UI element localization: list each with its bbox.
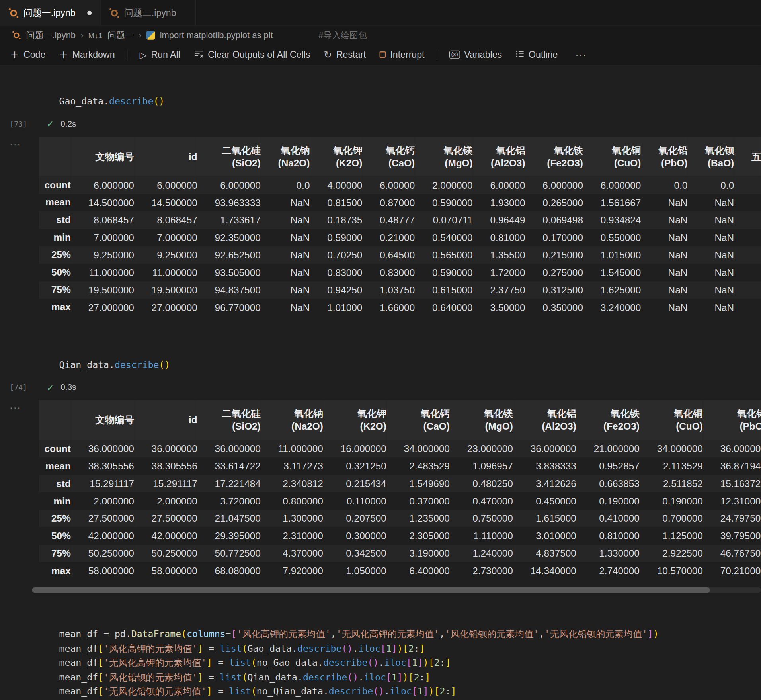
code-token: :: [440, 657, 445, 668]
cell-value: 2.000000: [415, 176, 472, 194]
cell-value: 6.000000: [71, 176, 134, 194]
cell-value: 1.240000: [450, 545, 513, 562]
code-token: columns: [187, 628, 226, 639]
cell-value: 0.83000: [362, 264, 415, 281]
code-token: ,: [439, 628, 445, 639]
cell-editor[interactable]: mean_df = pd.DataFrame(columns=['风化高钾的元素…: [32, 620, 761, 700]
code-line[interactable]: Qian_data.describe(): [59, 358, 761, 372]
cell-value: 1.330000: [576, 545, 640, 562]
more-actions-button[interactable]: ···: [566, 46, 596, 63]
cell-value: 2.730000: [450, 562, 513, 579]
cell-editor[interactable]: Qian_data.describe(): [32, 350, 761, 380]
code-token: 2: [408, 643, 414, 653]
column-header: 文物编号: [71, 137, 134, 176]
dataframe-output: 文物编号id二氧化硅(SiO2)氧化钠(Na2O)氧化钾(K2O)氧化钙(CaO…: [39, 400, 761, 580]
restart-button[interactable]: ↻ Restart: [318, 46, 371, 63]
cell-value: 70.210000: [703, 562, 761, 579]
cell-value: [734, 264, 761, 281]
cell-value: 11.000000: [261, 440, 323, 458]
clear-outputs-label: Clear Outputs of All Cells: [208, 49, 310, 60]
cell-value: 14.340000: [513, 562, 576, 579]
cell-editor[interactable]: Gao_data.describe(): [32, 86, 761, 116]
code-token: =: [203, 671, 220, 682]
cell-value: 0.700000: [640, 510, 703, 527]
tab-notebook-2[interactable]: 问题二.ipynb: [101, 0, 196, 26]
code-token: ]: [648, 628, 653, 639]
code-token: [: [403, 643, 408, 653]
code-token: (: [242, 643, 248, 653]
cell-value: NaN: [641, 211, 687, 229]
cell-value: 3.010000: [513, 527, 576, 545]
code-cell-73: Gao_data.describe() [73] ✓ 0.2s ··· 文物编号…: [0, 86, 761, 316]
column-header: 氧化钙(CaO): [386, 400, 450, 440]
column-header: 氧化钾(K2O): [323, 400, 386, 440]
add-code-button[interactable]: + Code: [5, 46, 51, 63]
code-line[interactable]: Gao_data.describe(): [59, 94, 761, 108]
code-token: iloc: [358, 643, 380, 653]
cell-value: 12.310000: [703, 492, 761, 510]
code-token: '无风化高钾的元素均值': [336, 628, 439, 639]
cell-value: 21.047500: [197, 510, 261, 527]
tab-notebook-1[interactable]: 问题一.ipynb: [0, 0, 101, 26]
run-all-button[interactable]: ▷ Run All: [134, 46, 185, 63]
code-token: iloc: [384, 657, 406, 668]
cell-value: 2.922500: [640, 545, 703, 562]
code-line[interactable]: mean_df = pd.DataFrame(columns=['风化高钾的元素…: [59, 627, 761, 641]
code-token: [: [434, 686, 440, 696]
cell-code: mean_df = pd.DataFrame(columns=['风化高钾的元素…: [59, 627, 761, 699]
code-token: ]: [392, 643, 397, 653]
clear-outputs-button[interactable]: Clear Outputs of All Cells: [188, 46, 315, 63]
cell-value: NaN: [687, 211, 734, 229]
code-token: (): [347, 671, 358, 682]
breadcrumb-section[interactable]: 问题一: [107, 29, 134, 41]
cell-value: 36.000000: [71, 440, 134, 458]
cell-value: 50.772500: [197, 545, 261, 562]
code-line[interactable]: mean_df['风化铅钡的元素均值'] = list(Qian_data.de…: [59, 670, 761, 684]
cell-value: 1.615000: [513, 510, 576, 527]
code-line[interactable]: mean_df['无风化高钾的元素均值'] = list(no_Gao_data…: [59, 655, 761, 670]
breadcrumb-file[interactable]: 问题一.ipynb: [26, 29, 76, 41]
add-markdown-button[interactable]: + Markdown: [54, 46, 120, 63]
cell-value: 94.837500: [197, 281, 261, 299]
outline-icon: [515, 49, 524, 60]
cell-value: NaN: [687, 229, 734, 246]
code-cell-mean-df: mean_df = pd.DataFrame(columns=['风化高钾的元素…: [0, 620, 761, 700]
modified-dot-icon[interactable]: [87, 11, 92, 15]
output-options-button[interactable]: ···: [10, 402, 21, 413]
code-line[interactable]: mean_df['无风化铅钡的元素均值'] = list(no_Qian_dat…: [59, 684, 761, 698]
notebook-file-icon: [109, 8, 119, 18]
cell-value: NaN: [261, 194, 310, 211]
column-header: 氧化钠(Na2O): [261, 400, 323, 440]
variables-button[interactable]: (x) Variables: [444, 46, 507, 63]
cell-value: 9.250000: [71, 246, 134, 264]
horizontal-scrollbar[interactable]: [32, 587, 761, 593]
outline-button[interactable]: Outline: [510, 46, 563, 63]
clear-outputs-icon: [194, 49, 203, 60]
cell-value: 46.767500: [703, 545, 761, 562]
cell-value: 0.450000: [513, 492, 576, 510]
cell-value: 0.87000: [362, 194, 415, 211]
code-token: (): [341, 643, 353, 653]
cell-value: 1.235000: [386, 510, 450, 527]
cell-status-bar: ✓ 0.2s: [32, 119, 76, 129]
scrollbar-thumb[interactable]: [32, 587, 710, 593]
cell-value: 2.340812: [261, 475, 323, 492]
code-token: '无风化高钾的元素均值': [103, 657, 207, 668]
success-check-icon: ✓: [47, 382, 54, 393]
cell-value: 1.66000: [362, 299, 415, 316]
cell-value: 1.096957: [450, 457, 513, 475]
interrupt-button[interactable]: Interrupt: [374, 46, 430, 63]
row-label: 50%: [39, 264, 70, 281]
output-options-button[interactable]: ···: [10, 139, 21, 150]
breadcrumb: 问题一.ipynb › M↓1 问题一 › import matplotlib.…: [0, 26, 761, 45]
code-token: (: [251, 686, 257, 696]
code-token: mean_df: [59, 657, 98, 668]
code-token: :: [445, 686, 451, 696]
outline-label: Outline: [529, 49, 558, 60]
cell-value: 1.01000: [310, 299, 362, 316]
breadcrumb-cell-preview[interactable]: import matplotlib.pyplot as plt: [160, 30, 273, 41]
cell-value: 17.221484: [197, 475, 261, 492]
code-line[interactable]: mean_df['风化高钾的元素均值'] = list(Gao_data.des…: [59, 641, 761, 656]
execution-duration: 0.3s: [60, 383, 76, 392]
cell-value: NaN: [641, 194, 687, 211]
